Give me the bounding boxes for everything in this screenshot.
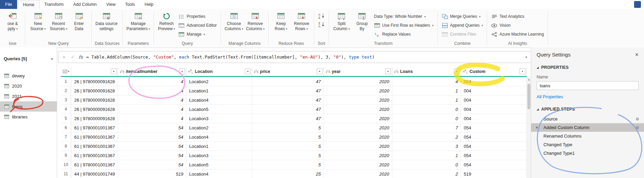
cell[interactable]: 54: [118, 123, 186, 132]
query-item-2021[interactable]: 2021: [0, 91, 57, 101]
applied-step-added-custom-column[interactable]: ×Added Custom Column⚙: [531, 123, 644, 132]
cell[interactable]: Location4: [186, 132, 252, 141]
cell[interactable]: 47: [252, 105, 324, 114]
menu-tab-tools[interactable]: Tools: [120, 0, 140, 9]
cell[interactable]: Location5: [186, 105, 252, 114]
cell[interactable]: 2020: [324, 96, 392, 104]
row-number[interactable]: 6: [61, 123, 71, 132]
cell[interactable]: 0: [392, 105, 461, 114]
cell[interactable]: 47: [252, 77, 324, 86]
applied-step-source[interactable]: Source⚙: [531, 115, 644, 123]
query-item-loans[interactable]: loans: [0, 101, 57, 112]
applied-steps-section-header[interactable]: ◢ APPLIED STEPS: [537, 107, 639, 112]
scrollbar-thumb[interactable]: [527, 84, 530, 109]
cell[interactable]: Location4: [186, 96, 252, 104]
query-item-dewey[interactable]: dewey: [0, 71, 57, 81]
cell[interactable]: 4: [118, 105, 186, 114]
column-header-loans[interactable]: 123Loans▾: [392, 67, 461, 76]
cell[interactable]: 2020: [324, 77, 392, 86]
ribbon-button-azure-machine-learning[interactable]: Azure Machine Learning: [489, 30, 546, 39]
cell[interactable]: Location5: [186, 160, 252, 169]
query-item-libraries[interactable]: libraries: [0, 112, 57, 122]
cell[interactable]: Location1: [186, 142, 252, 151]
select-all-corner[interactable]: ▾: [61, 67, 71, 76]
cell[interactable]: 004: [461, 114, 527, 123]
ribbon-button-data-source-settings[interactable]: ⚙Data sourcesettings: [94, 10, 119, 32]
menu-tab-add-column[interactable]: Add Column: [68, 0, 102, 9]
ribbon-button-choose-columns[interactable]: ChooseColumns▾: [223, 10, 245, 32]
file-menu-button[interactable]: File: [0, 0, 17, 9]
cell[interactable]: 61 | 9780001001367: [71, 151, 118, 160]
cell[interactable]: 61 | 9780001001367: [71, 123, 118, 132]
cell[interactable]: 2020: [324, 105, 392, 114]
row-number[interactable]: 10: [61, 160, 71, 169]
ribbon-button-recent-sources[interactable]: RecentSources▾: [48, 10, 69, 32]
ribbon-button-ose-pply[interactable]: ose &pply▾: [2, 10, 23, 32]
menu-tab-home[interactable]: Home: [18, 0, 39, 9]
cell[interactable]: 61 | 9780001001367: [71, 160, 118, 169]
cell[interactable]: Location3: [186, 114, 252, 123]
cell[interactable]: 26 | 9780000091628: [71, 77, 118, 86]
row-number[interactable]: 11: [61, 169, 71, 178]
cell[interactable]: 4: [392, 77, 461, 86]
filter-dropdown-icon-itemcallnumber[interactable]: ▾: [179, 68, 185, 74]
cell[interactable]: 2020: [324, 151, 392, 160]
formula-expand-icon[interactable]: ▾: [521, 55, 531, 59]
cell[interactable]: 2020: [324, 142, 392, 151]
ribbon-button-replace-values[interactable]: 12Replace Values: [372, 30, 435, 39]
commit-formula-icon[interactable]: ✓: [68, 54, 77, 60]
row-number[interactable]: 5: [61, 114, 71, 123]
query-item-2020[interactable]: 2020: [0, 81, 57, 91]
cell[interactable]: 61 | 9780001001367: [71, 142, 118, 151]
row-number[interactable]: 9: [61, 151, 71, 160]
cell[interactable]: 1: [392, 151, 461, 160]
cell[interactable]: 2020: [324, 169, 392, 178]
ribbon-button-remove-rows[interactable]: ×RemoveRows▾: [291, 10, 312, 32]
cell[interactable]: Location1: [186, 86, 252, 95]
applied-step-changed-type1[interactable]: Changed Type1: [531, 149, 644, 157]
query-name-input[interactable]: [537, 81, 639, 90]
ribbon-button-append-queries[interactable]: Append Queries▾: [440, 21, 485, 30]
ribbon-button-vision[interactable]: Vision: [489, 21, 546, 30]
cancel-formula-icon[interactable]: ×: [58, 54, 68, 60]
ribbon-button-use-first-row-as-headers[interactable]: Use First Row as Headers▾: [372, 21, 435, 30]
column-header-location[interactable]: ABCLocation▾: [186, 67, 252, 76]
ribbon-button-keep-rows[interactable]: KeepRows▾: [271, 10, 291, 32]
cell[interactable]: 25: [252, 169, 324, 178]
cell[interactable]: 2020: [324, 160, 392, 169]
row-number[interactable]: 1: [61, 77, 71, 86]
menu-tab-transform[interactable]: Transform: [40, 0, 69, 9]
cell[interactable]: 2020: [324, 114, 392, 123]
cell[interactable]: 519: [118, 169, 186, 178]
filter-dropdown-icon-custom[interactable]: ▾: [520, 68, 525, 74]
ribbon-button-group-by[interactable]: ΣGroupBy: [352, 10, 372, 32]
cell[interactable]: 61 | 9780001001367: [71, 132, 118, 141]
cell[interactable]: 054: [461, 160, 527, 169]
cell[interactable]: 3: [392, 142, 461, 151]
ribbon-button-merge-queries[interactable]: Merge Queries▾: [440, 12, 485, 21]
cell[interactable]: 5: [252, 142, 324, 151]
applied-step-changed-type[interactable]: Changed Type: [531, 140, 644, 149]
ribbon-button-text-analytics[interactable]: Text Analytics: [489, 12, 546, 21]
cell[interactable]: 54: [118, 142, 186, 151]
cell[interactable]: 47: [252, 96, 324, 104]
cell[interactable]: 47: [252, 86, 324, 95]
remove-step-icon[interactable]: ×: [536, 125, 538, 130]
filter-dropdown-icon-location[interactable]: ▾: [245, 68, 251, 74]
cell[interactable]: 5: [252, 132, 324, 141]
ribbon-button-remove-columns[interactable]: ×RemoveColumns▾: [245, 10, 266, 32]
ribbon-button-enter-data[interactable]: EnterData: [69, 10, 89, 32]
column-header-year[interactable]: 123year▾: [324, 67, 392, 76]
cell[interactable]: 4: [118, 86, 186, 95]
collapse-pane-icon[interactable]: «: [51, 56, 53, 61]
cell[interactable]: 2020: [324, 132, 392, 141]
row-number[interactable]: 3: [61, 96, 71, 104]
cell[interactable]: 054: [461, 151, 527, 160]
filter-dropdown-icon-loans[interactable]: ▾: [454, 68, 460, 74]
step-settings-gear-icon[interactable]: ⚙: [635, 117, 639, 122]
filter-dropdown-icon-year[interactable]: ▾: [385, 68, 391, 74]
ribbon-button-properties[interactable]: Properties: [177, 12, 219, 21]
menu-tab-help[interactable]: Help: [140, 0, 158, 9]
cell[interactable]: 54: [118, 151, 186, 160]
ribbon-button-advanced-editor[interactable]: Advanced Editor: [177, 21, 219, 30]
